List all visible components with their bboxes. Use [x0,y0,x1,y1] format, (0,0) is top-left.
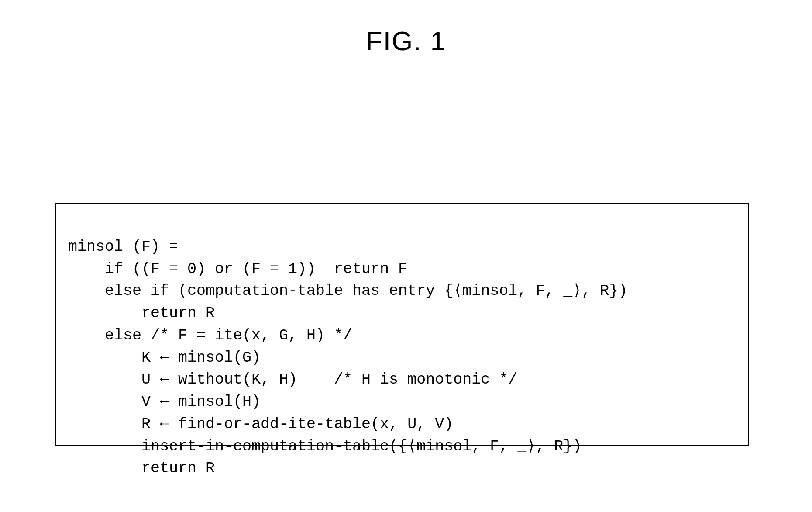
code-line: insert-in-computation-table({⟨minsol, F,… [68,438,581,455]
code-line: U ← without(K, H) /* H is monotonic */ [68,371,517,388]
algorithm-box: minsol (F) = if ((F = 0) or (F = 1)) ret… [55,203,749,446]
figure-title: FIG. 1 [366,25,446,56]
code-line: minsol (F) = [68,238,178,256]
code-line: return R [68,460,215,477]
code-line: else /* F = ite(x, G, H) */ [68,327,352,344]
algorithm-code: minsol (F) = if ((F = 0) or (F = 1)) ret… [68,214,736,480]
code-line: else if (computation-table has entry {⟨m… [68,282,627,300]
code-line: R ← find-or-add-ite-table(x, U, V) [68,415,453,433]
code-line: V ← minsol(H) [68,393,261,411]
code-line: if ((F = 0) or (F = 1)) return F [68,260,407,278]
code-line: K ← minsol(G) [68,349,261,367]
code-line: return R [68,304,215,322]
page: FIG. 1 minsol (F) = if ((F = 0) or (F = … [0,0,812,512]
